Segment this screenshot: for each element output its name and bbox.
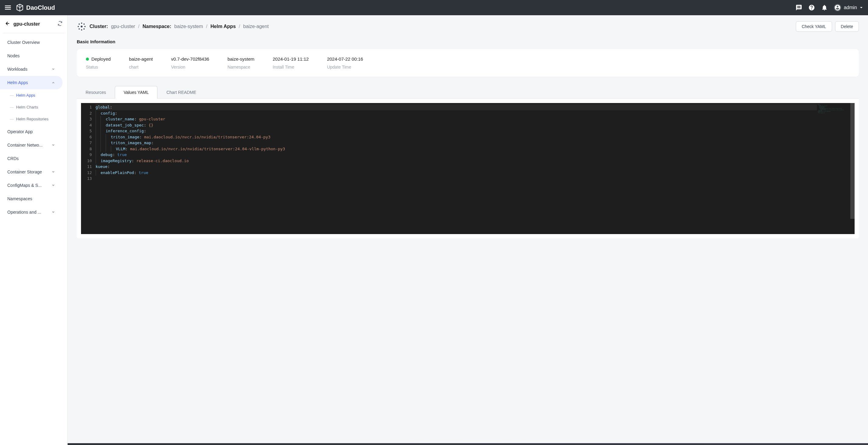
sidebar-subitem-helm-repositories[interactable]: —Helm Repositories bbox=[0, 113, 67, 125]
dash-icon: — bbox=[10, 93, 14, 97]
header-left: DaoCloud bbox=[5, 4, 55, 11]
version-label: Version bbox=[171, 65, 209, 69]
editor-container: 12345678910111213 global: config: cluste… bbox=[77, 99, 859, 238]
editor-scrollbar[interactable] bbox=[850, 103, 855, 234]
yaml-editor[interactable]: 12345678910111213 global: config: cluste… bbox=[81, 103, 855, 234]
svg-point-6 bbox=[79, 28, 80, 30]
app-name: baize-agent bbox=[243, 24, 269, 29]
tab-resources[interactable]: Resources bbox=[77, 86, 115, 99]
tab-chart-readme[interactable]: Chart README bbox=[157, 86, 205, 99]
sidebar-subitem-helm-apps[interactable]: —Helm Apps bbox=[0, 89, 67, 101]
svg-rect-1 bbox=[5, 7, 11, 8]
install-label: Install Time bbox=[273, 65, 309, 69]
sidebar-item-helm-apps[interactable]: Helm Apps bbox=[0, 76, 62, 89]
svg-point-10 bbox=[78, 26, 79, 27]
breadcrumb-sep: / bbox=[206, 24, 208, 29]
sidebar-item-label: CRDs bbox=[7, 156, 19, 161]
status-value: Deployed bbox=[91, 56, 111, 62]
tab-values-yaml[interactable]: Values YAML bbox=[115, 86, 158, 99]
breadcrumb-row: Cluster: gpu-cluster / Namespace: baize-… bbox=[77, 21, 859, 32]
helm-apps-link[interactable]: Helm Apps bbox=[211, 24, 236, 29]
sidebar-item-label: Operator App bbox=[7, 129, 33, 134]
breadcrumb-sep: / bbox=[138, 24, 140, 29]
svg-point-3 bbox=[81, 26, 83, 27]
namespace-value[interactable]: baize-system bbox=[174, 24, 203, 29]
tabs: Resources Values YAML Chart README bbox=[77, 86, 859, 99]
line-numbers: 12345678910111213 bbox=[81, 103, 96, 234]
cluster-label: Cluster: bbox=[90, 24, 108, 29]
chart-value: baize-agent bbox=[129, 56, 153, 62]
sidebar-title: gpu-cluster bbox=[13, 21, 40, 27]
chat-icon[interactable] bbox=[796, 4, 802, 11]
chart-label: chart bbox=[129, 65, 153, 69]
action-buttons: Check YAML Delete bbox=[796, 21, 859, 32]
delete-button[interactable]: Delete bbox=[835, 21, 859, 32]
namespace-label: Namespace bbox=[227, 65, 254, 69]
code-content[interactable]: global: config: cluster_name: gpu-cluste… bbox=[96, 103, 817, 234]
sidebar-item-crds[interactable]: CRDs bbox=[0, 152, 62, 165]
sidebar-item-cluster-overview[interactable]: Cluster Overview bbox=[0, 36, 62, 49]
chevron-down-icon bbox=[52, 170, 55, 174]
update-value: 2024-07-22 00:16 bbox=[327, 56, 363, 62]
dash-icon: — bbox=[10, 105, 14, 110]
svg-point-11 bbox=[84, 26, 86, 27]
sidebar-item-namespaces[interactable]: Namespaces bbox=[0, 192, 62, 205]
breadcrumb: Cluster: gpu-cluster / Namespace: baize-… bbox=[77, 22, 269, 31]
bell-icon[interactable] bbox=[821, 4, 828, 11]
chevron-down-icon bbox=[860, 6, 863, 9]
svg-point-9 bbox=[81, 29, 82, 30]
sidebar-item-operator-app[interactable]: Operator App bbox=[0, 125, 62, 138]
version-value: v0.7-dev-702f8436 bbox=[171, 56, 209, 62]
help-icon[interactable] bbox=[808, 4, 815, 11]
update-label: Update Time bbox=[327, 65, 363, 69]
status-dot bbox=[86, 58, 89, 61]
sidebar-item-label: Nodes bbox=[7, 53, 20, 58]
brand-logo[interactable]: DaoCloud bbox=[16, 4, 55, 11]
cluster-value[interactable]: gpu-cluster bbox=[111, 24, 135, 29]
breadcrumb-sep: / bbox=[239, 24, 240, 29]
sidebar-item-label: ConfigMaps & S... bbox=[7, 183, 42, 188]
sidebar-header: gpu-cluster bbox=[0, 15, 67, 33]
install-value: 2024-01-19 11:12 bbox=[273, 56, 309, 62]
svg-point-4 bbox=[79, 24, 80, 25]
sidebar-item-configmaps-s-[interactable]: ConfigMaps & S... bbox=[0, 179, 62, 192]
sidebar-item-container-storage[interactable]: Container Storage bbox=[0, 165, 62, 179]
sidebar-item-label: Operations and ... bbox=[7, 210, 41, 214]
sidebar-item-nodes[interactable]: Nodes bbox=[0, 49, 62, 62]
namespace-label: Namespace: bbox=[143, 24, 171, 29]
check-yaml-button[interactable]: Check YAML bbox=[796, 21, 832, 32]
header-right: admin bbox=[796, 4, 863, 11]
sidebar-item-label: Helm Apps bbox=[7, 80, 28, 85]
refresh-icon[interactable] bbox=[58, 21, 62, 27]
sidebar-item-operations-and-[interactable]: Operations and ... bbox=[0, 205, 62, 219]
user-name: admin bbox=[844, 5, 857, 10]
minimap[interactable]: global: config: cluster_name: gpu-cluste… bbox=[817, 103, 850, 234]
sidebar-item-label: Container Storage bbox=[7, 170, 42, 174]
chevron-up-icon bbox=[52, 80, 55, 85]
sidebar-item-label: Container Netwo... bbox=[7, 143, 43, 148]
status-label: Status bbox=[86, 65, 111, 69]
hamburger-menu-icon[interactable] bbox=[5, 5, 11, 11]
sidebar-nav: Cluster OverviewNodesWorkloadsHelm Apps—… bbox=[0, 36, 67, 445]
bottom-edge bbox=[68, 443, 868, 445]
svg-point-7 bbox=[84, 28, 85, 30]
sidebar: gpu-cluster Cluster OverviewNodesWorkloa… bbox=[0, 15, 68, 445]
sidebar-item-container-netwo-[interactable]: Container Netwo... bbox=[0, 138, 62, 152]
svg-point-5 bbox=[84, 24, 85, 25]
sidebar-subitem-helm-charts[interactable]: —Helm Charts bbox=[0, 101, 67, 113]
chevron-down-icon bbox=[52, 183, 55, 188]
sidebar-subitem-label: Helm Repositories bbox=[16, 117, 49, 121]
user-menu[interactable]: admin bbox=[834, 4, 863, 11]
logo-icon bbox=[16, 4, 24, 11]
avatar-icon bbox=[834, 4, 841, 11]
sidebar-item-workloads[interactable]: Workloads bbox=[0, 62, 62, 76]
sidebar-item-label: Cluster Overview bbox=[7, 40, 40, 45]
basic-info-title: Basic Information bbox=[77, 39, 859, 44]
svg-point-8 bbox=[81, 23, 82, 24]
info-card: Deployed Status baize-agent chart v0.7-d… bbox=[77, 49, 859, 77]
content-area: Cluster: gpu-cluster / Namespace: baize-… bbox=[68, 15, 868, 445]
brand-name: DaoCloud bbox=[26, 4, 55, 11]
cluster-icon bbox=[77, 22, 87, 31]
chevron-down-icon bbox=[52, 143, 55, 148]
back-arrow-icon[interactable] bbox=[5, 21, 10, 27]
